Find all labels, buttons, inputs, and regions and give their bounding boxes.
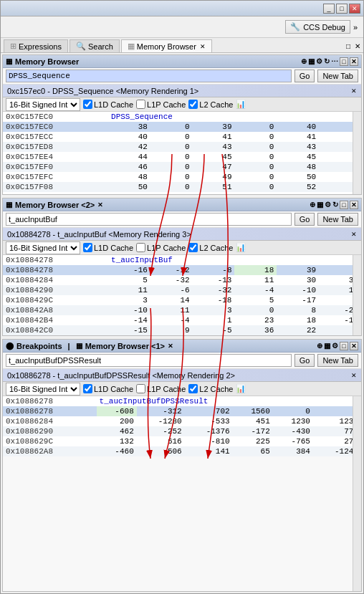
panel2-l1p-label: L1P Cache [147, 244, 186, 252]
panel3-chart-icon[interactable]: 📊 [236, 384, 246, 393]
table-row: 0x1088429C 3 14 -18 5 -17 6 [3, 295, 361, 305]
panel3-address-input[interactable] [6, 354, 292, 367]
panel2-address-input[interactable] [6, 213, 292, 226]
panel3-data-type-select[interactable]: 16-Bit Signed Int [6, 383, 80, 396]
panel2-l2-checkbox[interactable] [188, 243, 198, 252]
panel3-new-tab-button[interactable]: New Tab [317, 354, 358, 367]
panel1-v3-3: 43 [193, 142, 235, 152]
panel1-l1p-checkbox[interactable] [136, 100, 145, 109]
panel1-go-button[interactable]: Go [294, 70, 315, 82]
panel3-close-button[interactable]: ✕ [350, 342, 358, 350]
panel-max-icon[interactable]: ✕ [355, 42, 360, 50]
panel2-v5-1: 39 [277, 265, 319, 275]
panel1-data-type-select[interactable]: 16-Bit Signed Int [6, 98, 80, 111]
panel2-v4-6: 23 [234, 315, 277, 325]
panel2-data-type-select[interactable]: 16-Bit Signed Int [6, 241, 80, 254]
panel3-v2-5: 506 [137, 446, 185, 456]
panel2-scrollbar[interactable] [353, 255, 361, 335]
memory-panel-2: ▦ Memory Browser <2> ✕ ⊕ ▦ ⚙ ↻ □ ✕ Go Ne… [2, 198, 362, 336]
panel3-l2-label: L2 Cache [199, 385, 233, 393]
panel2-v3-1: -8 [193, 265, 235, 275]
panel3-go-button[interactable]: Go [294, 354, 315, 367]
panel3-min-button[interactable]: □ [340, 342, 348, 350]
panel2-toolbar-icon1[interactable]: ⊕ [310, 201, 315, 209]
panel2-v4-7: 36 [234, 325, 277, 335]
panel2-chart-icon[interactable]: 📊 [236, 243, 246, 252]
panel2-toolbar-icon2[interactable]: ▦ [317, 201, 323, 209]
panel1-toolbar-icon2[interactable]: ▦ [308, 57, 315, 65]
panel1-v1-3: 42 [108, 142, 150, 152]
panel3-scrollbar[interactable] [353, 396, 361, 591]
panel1-address-input[interactable] [6, 70, 292, 82]
panel2-close-tab[interactable]: ✕ [97, 201, 103, 209]
panel3-l2-checkbox[interactable] [188, 384, 198, 393]
panel2-v1-6: -14 [108, 315, 150, 325]
panel2-addr-7: 0x108842C0 [3, 325, 108, 335]
panel2-addr-2: 0x10884284 [3, 275, 108, 285]
panel1-subtitle-close[interactable]: ✕ [351, 87, 357, 95]
panel3-toolbar-icon1[interactable]: ⊕ [317, 342, 322, 350]
panel1-v3-5: 47 [193, 162, 235, 172]
panel3-v1-4: 132 [97, 436, 137, 446]
panel3-l2-group: L2 Cache [188, 384, 233, 393]
panel1-min-button[interactable]: □ [340, 57, 348, 66]
panel3-close-tab[interactable]: ✕ [168, 342, 173, 350]
panel1-address-bar: Go New Tab [3, 68, 361, 85]
panel1-toolbar-icon1[interactable]: ⊕ [301, 57, 307, 65]
panel2-v1-4: 3 [108, 295, 150, 305]
panel1-close-button[interactable]: ✕ [350, 57, 358, 66]
panel1-toolbar-icon3[interactable]: ⚙ [316, 57, 322, 65]
panel2-v2-4: 14 [150, 295, 193, 305]
panel3-toolbar-icon2[interactable]: ▦ [324, 342, 330, 350]
panel1-subtitle-text: 0xc157ec0 - DPSS_Sequence <Memory Render… [7, 87, 198, 95]
panel1-addr-4: 0x0C157EE4 [3, 152, 108, 162]
panel1-addr-0: 0x0C157EC0 [3, 112, 108, 122]
panel1-v5-2: 41 [277, 132, 319, 142]
panel1-v4-7: 0 [234, 182, 277, 192]
tab-search[interactable]: 🔍 Search [70, 39, 120, 52]
panel1-scrollbar[interactable] [353, 112, 361, 194]
ccs-debug-button[interactable]: 🔧 CCS Debug [285, 20, 350, 34]
panel3-toolbar-icon3[interactable]: ⚙ [332, 342, 338, 350]
panel1-chart-icon[interactable]: 📊 [236, 100, 246, 109]
panel3-l1d-checkbox[interactable] [83, 384, 92, 393]
panel2-subtitle-close[interactable]: ✕ [351, 231, 357, 238]
close-tab-icon[interactable]: ✕ [200, 43, 206, 50]
panel3-l1p-checkbox[interactable] [136, 384, 145, 393]
panel1-l2-checkbox[interactable] [188, 100, 198, 109]
panel3-v1-1: -608 [97, 406, 137, 416]
minimize-button[interactable]: _ [323, 4, 335, 14]
panel2-go-button[interactable]: Go [294, 213, 315, 226]
panel2-new-tab-button[interactable]: New Tab [317, 213, 358, 226]
panel2-close-button[interactable]: ✕ [350, 201, 358, 209]
panel2-v1-7: -15 [108, 325, 150, 335]
panel2-v3-3: -32 [193, 285, 235, 295]
table-row: 0x1088629C 132 616 -810 225 -765 270 [3, 436, 361, 446]
panel2-toolbar-icon3[interactable]: ⚙ [325, 201, 331, 209]
close-button[interactable]: ✕ [349, 4, 360, 14]
panel1-toolbar-icon5[interactable]: ⋯ [331, 57, 338, 65]
panel1-toolbar-icon4[interactable]: ↻ [324, 57, 330, 65]
panel1-v1-7: 50 [108, 182, 150, 192]
panel1-v4-6: 0 [234, 172, 277, 182]
panel1-addr-3: 0x0C157ED8 [3, 142, 108, 152]
panel3-v5-5: 384 [273, 446, 313, 456]
memory-panel-3: ⬤ Breakpoints | ▦ Memory Browser <1> ✕ ⊕… [2, 339, 362, 592]
panel3-subtitle-close[interactable]: ✕ [351, 372, 357, 379]
panel-minimize-icon[interactable]: □ [346, 42, 350, 50]
panel2-l1p-checkbox[interactable] [136, 243, 145, 252]
panel2-toolbar-icon4[interactable]: ↻ [332, 201, 338, 209]
panel1-l1d-checkbox[interactable] [83, 100, 92, 109]
panel2-v2-7: 9 [150, 325, 193, 335]
panel3-addr-5: 0x108862A8 [3, 446, 97, 456]
panel2-l1d-checkbox[interactable] [83, 243, 92, 252]
panel2-min-button[interactable]: □ [340, 201, 348, 209]
panel1-new-tab-button[interactable]: New Tab [317, 70, 358, 82]
tab-memory-browser[interactable]: ▦ Memory Browser ✕ [121, 39, 212, 52]
panel1-v2-3: 0 [150, 142, 193, 152]
panel1-subtitle: 0xc157ec0 - DPSS_Sequence <Memory Render… [3, 85, 361, 97]
tab-expressions[interactable]: ⊞ Expressions [4, 39, 68, 52]
maximize-button[interactable]: □ [336, 4, 348, 14]
table-row: 0x10884290 11 -6 -32 -4 -10 18 [3, 285, 361, 295]
panel3-memory-title: Memory Browser <1> [85, 342, 165, 350]
